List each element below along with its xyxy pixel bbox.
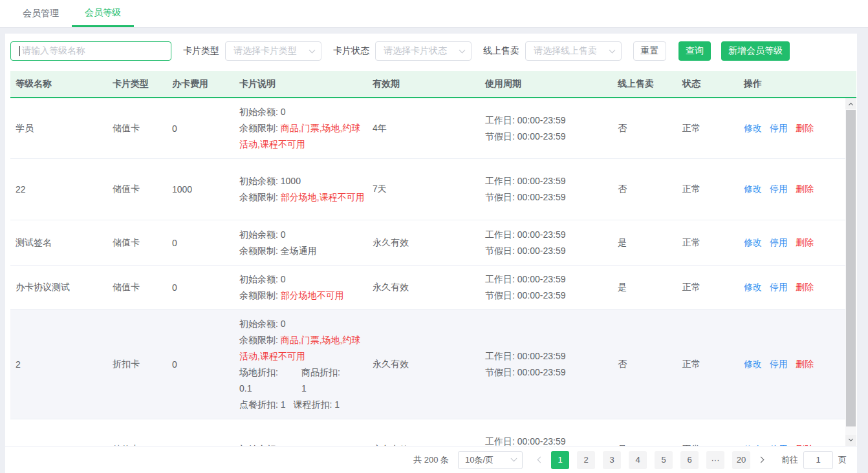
cell-card-fee: 0: [167, 419, 234, 446]
edit-link[interactable]: 修改: [744, 184, 762, 195]
edit-link[interactable]: 修改: [744, 282, 762, 293]
balance-limit-line: 余额限制: 商品,门票,场地,约球活动,课程不可用: [239, 120, 365, 152]
pager-more-button[interactable]: ···: [706, 451, 724, 469]
initial-balance-line: 初始余额: 0: [239, 441, 365, 446]
delete-link[interactable]: 删除: [796, 359, 814, 370]
chevron-left-icon: [537, 457, 544, 463]
reset-button[interactable]: 重置: [633, 41, 666, 61]
table-row: 测试签名储值卡0初始余额: 0余额限制: 全场通用永久有效工作日: 00:00-…: [10, 220, 845, 266]
cell-online-sale: 是: [613, 419, 677, 446]
cell-validity: 永久有效: [367, 220, 480, 265]
tab-member-management[interactable]: 会员管理: [10, 0, 72, 27]
column-header-card-fee: 办卡费用: [167, 78, 234, 90]
card-type-placeholder: 请选择卡片类型: [233, 45, 297, 57]
balance-limit-label: 余额限制:: [239, 246, 281, 256]
next-page-button[interactable]: [754, 451, 770, 469]
delete-link[interactable]: 删除: [796, 237, 814, 249]
disable-link[interactable]: 停用: [770, 282, 788, 293]
delete-link[interactable]: 删除: [796, 123, 814, 134]
cell-actions: 修改停用删除: [739, 98, 845, 158]
cell-actions: 修改停用删除: [739, 266, 845, 309]
cell-usage-period: 工作日: 00:00-23:59节假日: 00:00-23:59: [480, 266, 613, 309]
card-desc-lines: 初始余额: 0余额限制: 部分场地不可用: [239, 271, 365, 304]
prev-page-button[interactable]: [532, 451, 547, 469]
page-button-2[interactable]: 2: [577, 451, 595, 469]
initial-balance-line: 初始余额: 0: [239, 104, 365, 120]
card-desc-lines: 初始余额: 0: [239, 441, 365, 446]
search-button[interactable]: 查询: [678, 41, 711, 61]
page-button-4[interactable]: 4: [629, 451, 647, 469]
online-sale-select[interactable]: 请选择线上售卖: [525, 41, 622, 61]
cell-validity: 永久有效: [367, 266, 480, 309]
page-button-1[interactable]: 1: [551, 451, 569, 469]
page-button-3[interactable]: 3: [603, 451, 621, 469]
online-sale-label: 线上售卖: [483, 45, 519, 57]
cell-card-desc: 初始余额: 0: [234, 419, 367, 446]
edit-link[interactable]: 修改: [744, 359, 762, 370]
edit-link[interactable]: 修改: [744, 237, 762, 249]
column-header-status: 状态: [677, 78, 739, 90]
disable-link[interactable]: 停用: [770, 184, 788, 195]
discount-grid: 场地折扣:0.1商品折扣:1: [239, 364, 365, 397]
card-desc-lines: 初始余额: 0余额限制: 全场通用: [239, 227, 365, 259]
cell-card-type: 储值卡: [107, 419, 167, 446]
period-lines: 工作日: 00:00-23:59节假日: 00:00-23:59: [485, 348, 613, 381]
cell-status: 正常: [677, 159, 739, 220]
scroll-up-button[interactable]: [845, 98, 856, 109]
cell-status: 正常: [677, 220, 739, 265]
delete-link[interactable]: 删除: [796, 184, 814, 195]
disable-link[interactable]: 停用: [770, 123, 788, 134]
period-line: 工作日: 00:00-23:59: [485, 227, 613, 243]
cell-card-desc: 初始余额: 0余额限制: 商品,门票,场地,约球活动,课程不可用场地折扣:0.1…: [234, 310, 367, 419]
disable-link[interactable]: 停用: [770, 237, 788, 249]
page-size-select[interactable]: 10条/页: [458, 451, 523, 469]
balance-limit-line: 余额限制: 部分场地不可用: [239, 288, 365, 304]
discount-label: 商品折扣:: [301, 364, 363, 381]
scroll-down-button[interactable]: [845, 435, 856, 446]
cell-card-type: 储值卡: [107, 266, 167, 309]
cell-usage-period: 工作日: 00:00-23:59节假日: 00:00-23:59: [480, 159, 613, 220]
card-status-label: 卡片状态: [333, 45, 369, 57]
cell-online-sale: 否: [613, 98, 677, 158]
period-lines: 工作日: 00:00-23:59节假日: 00:00-23:59: [485, 271, 613, 304]
initial-balance-line: 初始余额: 0: [239, 316, 365, 332]
column-header-online-sale: 线上售卖: [613, 78, 677, 90]
balance-limit-label: 余额限制:: [239, 290, 281, 300]
period-lines: 工作日: 00:00-23:59节假日: 00:00-23:59: [485, 434, 613, 447]
cell-card-fee: 0: [167, 220, 234, 265]
edit-link[interactable]: 修改: [744, 123, 762, 134]
cell-actions: 修改停用删除: [739, 310, 845, 419]
cell-online-sale: 否: [613, 310, 677, 419]
scrollbar-thumb[interactable]: [846, 110, 856, 426]
goto-page-input[interactable]: [803, 451, 833, 469]
goto-label: 前往: [781, 454, 798, 466]
cell-card-type: 储值卡: [107, 98, 167, 158]
cell-validity: 永久有效: [367, 419, 480, 446]
card-status-select[interactable]: 请选择卡片状态: [375, 41, 472, 61]
column-header-validity: 有效期: [367, 78, 480, 90]
table-scrollbar[interactable]: [845, 98, 856, 446]
cell-card-fee: 0: [167, 266, 234, 309]
delete-link[interactable]: 删除: [796, 282, 814, 293]
balance-limit-line: 余额限制: 全场通用: [239, 243, 365, 259]
level-name-input[interactable]: 请输入等级名称: [10, 41, 171, 61]
period-line: 节假日: 00:00-23:59: [485, 129, 613, 145]
balance-limit-label: 余额限制:: [239, 192, 281, 202]
add-member-level-button[interactable]: 新增会员等级: [721, 41, 790, 61]
cell-online-sale: 是: [613, 266, 677, 309]
disable-link[interactable]: 停用: [770, 359, 788, 370]
page-button-5[interactable]: 5: [655, 451, 673, 469]
pager: 123456···20: [547, 451, 754, 469]
discount-pair: 场地折扣:0.1: [239, 364, 301, 397]
page-button-6[interactable]: 6: [680, 451, 699, 469]
discount-value: 1: [301, 381, 363, 397]
pagination-bar: 共 200 条 10条/页 123456···20 前往 页: [5, 446, 857, 473]
column-header-actions: 操作: [739, 78, 845, 90]
level-name-placeholder: 请输入等级名称: [22, 45, 85, 57]
discount-label: 场地折扣:: [239, 364, 301, 381]
tab-member-level[interactable]: 会员等级: [72, 0, 134, 27]
discount-bottom-line: 点餐折扣: 1课程折扣: 1: [239, 397, 365, 413]
cell-validity: 4年: [367, 98, 480, 158]
card-type-select[interactable]: 请选择卡片类型: [225, 41, 321, 61]
page-button-20[interactable]: 20: [732, 451, 750, 469]
